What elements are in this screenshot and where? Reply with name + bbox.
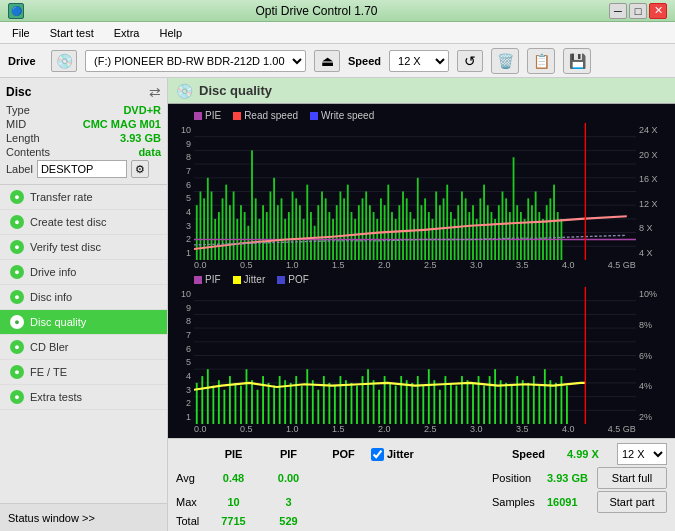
disc-label-edit-btn[interactable]: ⚙ [131,160,149,178]
start-full-button[interactable]: Start full [597,467,667,489]
avg-label: Avg [176,472,206,484]
samples-value: 16091 [547,496,597,508]
jitter-checkbox[interactable] [371,448,384,461]
charts-area: PIE Read speed Write speed 10 9 [168,104,675,438]
eject-button[interactable]: ⏏ [314,50,340,72]
nav-drive-info[interactable]: ● Drive info [0,260,167,285]
disc-mid-label: MID [6,118,26,130]
svg-rect-166 [456,386,458,424]
start-part-button[interactable]: Start part [597,491,667,513]
svg-rect-35 [292,192,294,261]
copy-button[interactable]: 📋 [527,48,555,74]
chart1-svg [194,123,636,260]
nav-create-test-disc[interactable]: ● Create test disc [0,210,167,235]
legend-read-dot [233,112,241,120]
svg-rect-22 [244,212,246,260]
svg-rect-55 [365,192,367,261]
menu-start-test[interactable]: Start test [42,25,102,41]
svg-rect-165 [450,383,452,424]
chart1-y-axis: 10 9 8 7 6 5 4 3 2 1 [172,123,194,260]
menu-extra[interactable]: Extra [106,25,148,41]
svg-rect-184 [555,383,557,424]
close-button[interactable]: ✕ [649,3,667,19]
svg-rect-124 [223,390,225,424]
chart2-legend: PIF Jitter POF [172,272,671,287]
nav-fe-te[interactable]: ● FE / TE [0,360,167,385]
nav-icon-fe-te: ● [10,365,24,379]
disc-contents-value: data [138,146,161,158]
position-value: 3.93 GB [547,472,597,484]
drive-icon-btn[interactable]: 💿 [51,50,77,72]
minimize-button[interactable]: ─ [609,3,627,19]
svg-rect-185 [560,376,562,424]
svg-rect-186 [566,386,568,424]
svg-rect-128 [246,369,248,424]
svg-rect-150 [367,369,369,424]
menu-help[interactable]: Help [151,25,190,41]
speed-select-stats[interactable]: 12 X [617,443,667,465]
svg-rect-175 [505,383,507,424]
save-button[interactable]: 💾 [563,48,591,74]
disc-type-label: Type [6,104,30,116]
svg-rect-62 [391,212,393,260]
nav-cd-bler[interactable]: ● CD Bler [0,335,167,360]
nav-verify-test-disc[interactable]: ● Verify test disc [0,235,167,260]
svg-rect-141 [317,390,319,424]
svg-rect-17 [225,185,227,260]
svg-rect-59 [380,198,382,260]
refresh-button[interactable]: ↺ [457,50,483,72]
nav-disc-quality[interactable]: ● Disc quality [0,310,167,335]
svg-rect-144 [334,386,336,424]
svg-rect-30 [273,178,275,260]
svg-rect-88 [487,205,489,260]
nav-extra-tests[interactable]: ● Extra tests [0,385,167,410]
svg-rect-130 [257,390,259,424]
nav-icon-transfer-rate: ● [10,190,24,204]
disc-length-value: 3.93 GB [120,132,161,144]
svg-rect-32 [281,198,283,260]
drive-select[interactable]: (F:) PIONEER BD-RW BDR-212D 1.00 [85,50,306,72]
svg-rect-54 [362,198,364,260]
legend-read-label: Read speed [244,110,298,121]
svg-rect-137 [295,376,297,424]
col-header-pof: POF [316,448,371,460]
svg-rect-11 [203,198,205,260]
nav-label-cd-bler: CD Bler [30,341,69,353]
legend-pie-label: PIE [205,110,221,121]
legend2-pif: PIF [194,274,221,285]
nav-transfer-rate[interactable]: ● Transfer rate [0,185,167,210]
nav-label-disc-quality: Disc quality [30,316,86,328]
svg-rect-127 [240,386,242,424]
svg-rect-41 [314,226,316,260]
legend-write-speed: Write speed [310,110,374,121]
svg-rect-48 [339,192,341,261]
status-window-btn[interactable]: Status window >> [0,503,167,531]
titlebar: 🔵 Opti Drive Control 1.70 ─ □ ✕ [0,0,675,22]
disc-label-input[interactable] [37,160,127,178]
menu-file[interactable]: File [4,25,38,41]
svg-rect-93 [505,198,507,260]
svg-rect-139 [306,369,308,424]
max-pif: 3 [261,496,316,508]
app-title: Opti Drive Control 1.70 [24,4,609,18]
col-header-pie: PIE [206,448,261,460]
svg-rect-84 [472,205,474,260]
legend-pie: PIE [194,110,221,121]
total-label: Total [176,515,206,527]
svg-rect-92 [502,192,504,261]
speed-select[interactable]: 12 X [389,50,449,72]
nav-disc-info[interactable]: ● Disc info [0,285,167,310]
disc-collapse-btn[interactable]: ⇄ [149,84,161,100]
disc-mid-value: CMC MAG M01 [83,118,161,130]
chart1-x-axis: 0.0 0.5 1.0 1.5 2.0 2.5 3.0 3.5 4.0 4.5 … [172,260,671,270]
svg-rect-136 [290,383,292,424]
speed-label: Speed [348,55,381,67]
svg-rect-25 [255,198,257,260]
svg-rect-31 [277,205,279,260]
svg-rect-66 [406,198,408,260]
erase-button[interactable]: 🗑️ [491,48,519,74]
svg-rect-105 [549,198,551,260]
maximize-button[interactable]: □ [629,3,647,19]
speed-header: Speed [512,448,567,460]
max-pie: 10 [206,496,261,508]
